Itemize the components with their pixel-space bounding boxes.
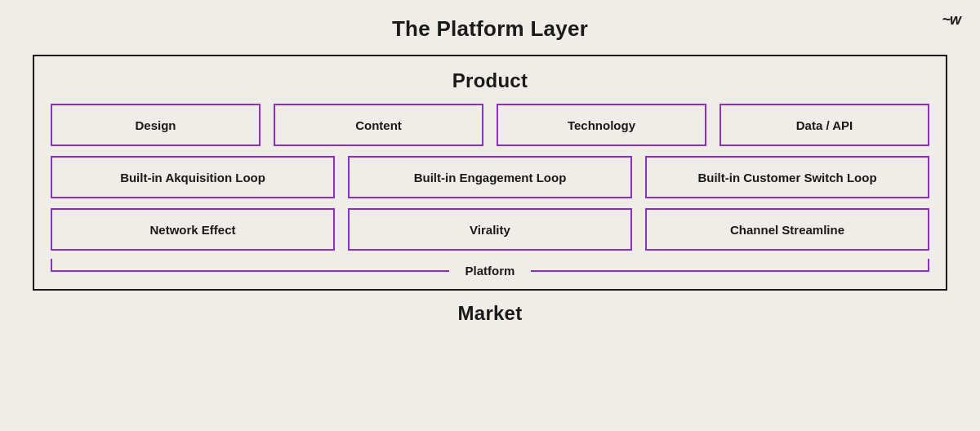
- outer-box: Product Design Content Technology Data /…: [33, 55, 947, 291]
- platform-label: Platform: [449, 264, 532, 278]
- platform-label-row: Platform: [51, 264, 929, 278]
- cell-network-effect: Network Effect: [51, 208, 335, 251]
- cell-channel-streamline: Channel Streamline: [645, 208, 929, 251]
- platform-line-right: [531, 270, 929, 272]
- page-title: The Platform Layer: [392, 16, 588, 42]
- page-container: ~w The Platform Layer Product Design Con…: [0, 0, 980, 431]
- product-title: Product: [452, 69, 528, 92]
- cell-technology: Technology: [497, 104, 706, 146]
- cell-data-api: Data / API: [719, 104, 929, 146]
- cell-content: Content: [274, 104, 483, 146]
- row-3: Network Effect Virality Channel Streamli…: [51, 208, 929, 251]
- platform-bracket: Platform: [51, 264, 929, 278]
- cell-design: Design: [51, 104, 261, 146]
- platform-line-left: [51, 270, 449, 272]
- logo-mark: ~w: [942, 11, 960, 29]
- row-2: Built-in Akquisition Loop Built-in Engag…: [51, 156, 929, 198]
- cell-acquisition-loop: Built-in Akquisition Loop: [51, 156, 335, 198]
- cell-engagement-loop: Built-in Engagement Loop: [348, 156, 632, 198]
- market-title: Market: [458, 302, 523, 325]
- cell-virality: Virality: [348, 208, 632, 251]
- row-1: Design Content Technology Data / API: [51, 104, 929, 146]
- cell-switch-loop: Built-in Customer Switch Loop: [645, 156, 929, 198]
